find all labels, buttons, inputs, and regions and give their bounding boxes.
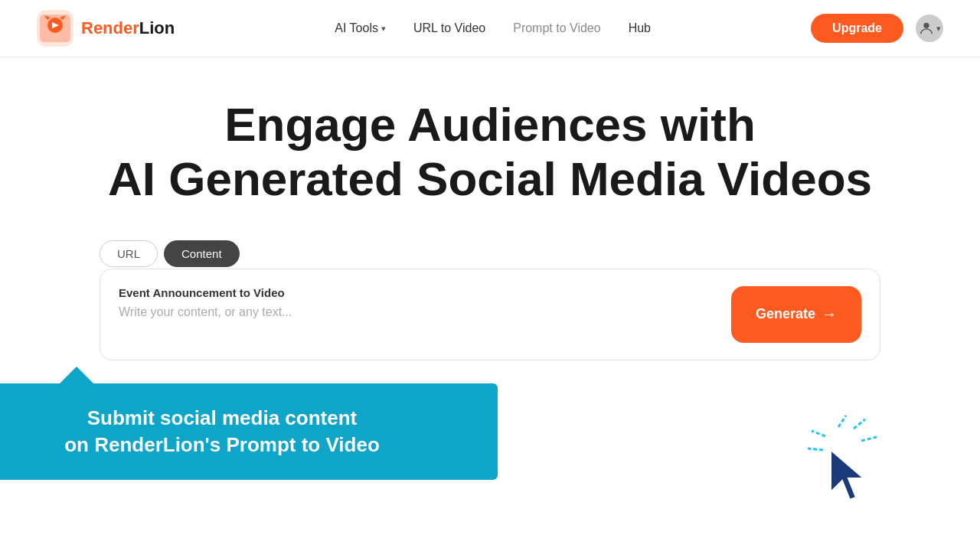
nav-right: Upgrade ▾: [811, 14, 943, 43]
hero-title: Engage Audiences with AI Generated Socia…: [108, 97, 872, 207]
nav-link-url-to-video[interactable]: URL to Video: [413, 21, 485, 35]
generate-button[interactable]: Generate →: [731, 286, 861, 343]
user-avatar[interactable]: ▾: [916, 15, 943, 42]
lower-section: Submit social media content on RenderLio…: [100, 383, 880, 480]
navbar-links: AI Tools ▾ URL to Video Prompt to Video …: [335, 21, 651, 35]
navbar: RenderLion AI Tools ▾ URL to Video Promp…: [0, 0, 980, 57]
logo[interactable]: RenderLion: [37, 10, 175, 47]
nav-link-prompt-to-video[interactable]: Prompt to Video: [513, 21, 600, 35]
tab-content[interactable]: Content: [164, 240, 240, 267]
svg-line-10: [808, 448, 823, 450]
cursor-click-effect: [796, 412, 896, 519]
svg-line-8: [861, 437, 877, 441]
nav-link-ai-tools[interactable]: AI Tools ▾: [335, 21, 386, 35]
svg-line-6: [838, 416, 846, 427]
logo-text: RenderLion: [81, 18, 175, 38]
upgrade-button[interactable]: Upgrade: [811, 14, 903, 43]
svg-point-5: [923, 23, 929, 28]
logo-icon: [37, 10, 74, 47]
input-label: Event Announcement to Video: [119, 286, 731, 299]
nav-link-hub[interactable]: Hub: [629, 21, 651, 35]
banner-text-line1: Submit social media content: [0, 405, 467, 432]
input-placeholder[interactable]: Write your content, or any text...: [119, 305, 731, 319]
user-dropdown-chevron: ▾: [936, 24, 941, 34]
ai-tools-dropdown-icon: ▾: [381, 24, 386, 34]
input-box: Event Announcement to Video Write your c…: [100, 269, 880, 360]
user-icon: [918, 20, 935, 37]
main-content: Engage Audiences with AI Generated Socia…: [0, 57, 980, 480]
banner-text-line2: on RenderLion's Prompt to Video: [0, 432, 467, 458]
tooltip-banner: Submit social media content on RenderLio…: [0, 383, 498, 480]
input-text-area: Event Announcement to Video Write your c…: [119, 286, 731, 319]
svg-line-7: [854, 419, 865, 429]
cursor-area: [796, 412, 896, 522]
generate-arrow-icon: →: [822, 305, 837, 323]
svg-marker-11: [831, 450, 864, 500]
input-section: URL Content Event Announcement to Video …: [100, 240, 880, 480]
tab-url[interactable]: URL: [100, 240, 158, 267]
tabs-row: URL Content: [100, 240, 880, 267]
svg-line-9: [812, 431, 825, 436]
